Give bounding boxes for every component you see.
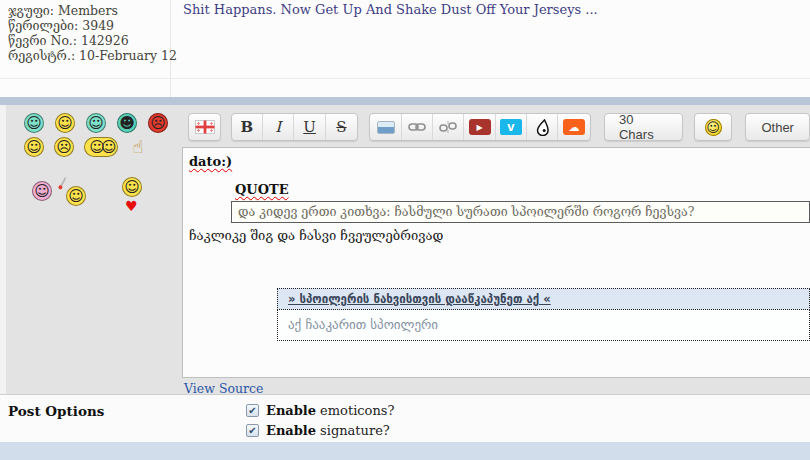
remove-link-button[interactable]	[433, 114, 464, 140]
quote-box: და კიდევ ერთი კითხვა: ჩასმული სურათი სპო…	[231, 201, 810, 223]
editor-content-area[interactable]: dato:) QUOTE და კიდევ ერთი კითხვა: ჩასმუ…	[182, 147, 810, 378]
enable-signature-option: ✔ Enable signature?	[246, 420, 394, 440]
spoiler-toggle[interactable]: » სპოილერის ნახვისთვის დააწკაპუნეთ აქ «	[277, 288, 810, 310]
user-posts-value: 3949	[82, 18, 114, 33]
enable-signature-checkbox[interactable]: ✔	[246, 424, 259, 437]
emoticon-pray[interactable]: ☺	[24, 137, 44, 157]
header-divider	[0, 78, 810, 79]
emoticon-thumbs-up[interactable]: ☝	[128, 137, 148, 157]
insert-vimeo-button[interactable]: v	[496, 114, 527, 140]
spoiler-block: » სპოილერის ნახვისთვის დააწკაპუნეთ აქ « …	[277, 288, 810, 341]
emoticon-smoking[interactable]: ☺	[66, 186, 86, 206]
unlink-icon	[439, 120, 457, 134]
bottom-separator-band	[0, 442, 810, 460]
emoticon-love[interactable]: ☺♥	[122, 177, 142, 197]
editor-section: ☺☺☺☻☹ ☺☹☺☺☝ ☺☺☺♥	[0, 105, 810, 394]
topic-title-link[interactable]: Shit Happans. Now Get Up And Shake Dust …	[183, 2, 598, 17]
strikethrough-button[interactable]: S	[326, 114, 357, 140]
user-registered-value: 10-February 12	[79, 48, 177, 63]
emoticon-cool-shades[interactable]: ☻	[117, 113, 137, 133]
emoticon-cry-laugh[interactable]: ☺	[55, 113, 75, 133]
user-number-value: 142926	[81, 33, 129, 48]
georgian-flag-icon	[195, 120, 215, 134]
emoticon-grin-braces[interactable]: ☺	[24, 113, 44, 133]
vimeo-icon: v	[500, 119, 522, 135]
emoticon-panel: ☺☺☺☻☹ ☺☹☺☺☝ ☺☺☺♥	[0, 105, 179, 394]
emoticon-angry[interactable]: ☹	[148, 113, 168, 133]
insert-link-button[interactable]	[402, 114, 433, 140]
user-posts-label: წერილები:	[8, 18, 78, 33]
option-label-bold: Enable	[266, 423, 316, 438]
user-info-panel: ჯგუფი: Members წერილები: 3949 წევრი No.:…	[0, 0, 171, 97]
char-count-button[interactable]: 30 Chars	[605, 114, 682, 140]
italic-button[interactable]: I	[263, 114, 294, 140]
user-group-row: ჯგუფი: Members	[8, 3, 162, 18]
droplet-icon	[535, 119, 550, 136]
reply-text: ჩაკლიკე შიგ და ჩასვი ჩვეულებრივად	[189, 228, 810, 243]
user-group-label: ჯგუფი:	[8, 3, 54, 18]
emoticon-lol-pair[interactable]: ☺☺	[84, 137, 118, 157]
youtube-icon: ▶	[469, 119, 491, 135]
user-number-label: წევრი No.:	[8, 33, 77, 48]
top-separator-band	[0, 97, 810, 105]
emoticon-row-3: ☺☺☺♥	[32, 177, 179, 206]
user-registered-row: რეგისტრ.: 10-February 12	[8, 48, 162, 63]
spoiler-body-text: აქ ჩააკარით სპოილერი	[277, 310, 810, 341]
emoticons-button[interactable]: ☺	[695, 114, 731, 140]
emoticon-row-1: ☺☺☺☻☹	[24, 113, 179, 133]
soundcloud-icon: ☁	[563, 119, 585, 135]
georgian-language-button[interactable]	[189, 114, 220, 140]
post-options-title: Post Options	[8, 403, 104, 419]
option-label-rest: emoticons?	[320, 403, 394, 418]
post-header: ჯგუფი: Members წერილები: 3949 წევრი No.:…	[0, 0, 810, 97]
image-icon	[377, 121, 395, 134]
enable-emoticons-option: ✔ Enable emoticons?	[246, 400, 394, 420]
user-posts-row: წერილები: 3949	[8, 18, 162, 33]
editor-text-line: dato:)	[189, 154, 810, 169]
emoticon-big-grin[interactable]: ☺	[86, 113, 106, 133]
post-editor: B I U S	[182, 105, 810, 394]
post-options-section: Post Options ✔ Enable emoticons? ✔ Enabl…	[0, 394, 810, 442]
forum-post-editor-screen: ჯგუფი: Members წერილები: 3949 წევრი No.:…	[0, 0, 810, 460]
smiley-icon: ☺	[705, 119, 722, 136]
emoticon-row-2: ☺☹☺☺☝	[24, 137, 179, 157]
insert-soundcloud-button[interactable]: ☁	[558, 114, 589, 140]
insert-media-button[interactable]	[527, 114, 558, 140]
enable-emoticons-checkbox[interactable]: ✔	[246, 404, 259, 417]
user-group-value: Members	[58, 3, 118, 18]
bold-button[interactable]: B	[232, 114, 263, 140]
user-registered-label: რეგისტრ.:	[8, 48, 75, 63]
option-label-rest: signature?	[320, 423, 390, 438]
insert-youtube-button[interactable]: ▶	[464, 114, 495, 140]
insert-image-button[interactable]	[370, 114, 401, 140]
underline-button[interactable]: U	[294, 114, 325, 140]
editor-toolbar: B I U S	[182, 105, 810, 147]
quote-label: QUOTE	[235, 182, 810, 197]
user-number-row: წევრი No.: 142926	[8, 33, 162, 48]
emoticon-facepalm[interactable]: ☹	[54, 137, 74, 157]
option-label-bold: Enable	[266, 403, 316, 418]
link-icon	[408, 121, 426, 133]
emoticon-girl[interactable]: ☺	[32, 181, 52, 201]
other-button[interactable]: Other	[746, 114, 809, 140]
